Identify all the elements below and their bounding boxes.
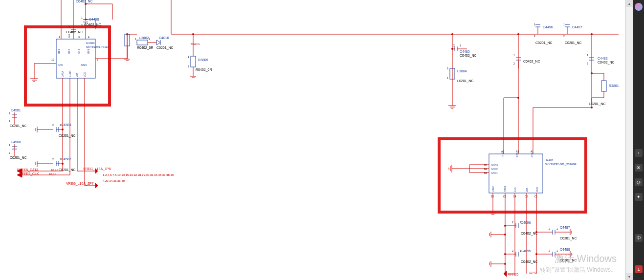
scroll-up-icon[interactable]: ▲ [626,0,633,7]
chat-icon[interactable]: ✉ [635,164,643,172]
vertical-scrollbar[interactable]: ▲ ▼ [625,0,633,280]
svg-text:1: 1 [534,23,535,26]
svg-text:C4500: C4500 [11,140,21,144]
svg-text:L3802: L3802 [139,36,149,40]
svg-text:C4496: C4496 [543,25,553,29]
svg-text:1: 1 [59,36,60,39]
svg-text:1: 1 [563,23,565,26]
svg-text:C0402_NC: C0402_NC [460,54,477,58]
svg-text:GND: GND [58,64,64,66]
svg-text:RF2: RF2 [67,49,70,54]
svg-text:B2: B2 [491,195,494,198]
svg-text:C0201_NC: C0201_NC [156,46,174,50]
svg-text:B5: B5 [484,164,487,167]
svg-text:C4503: C4503 [61,123,71,127]
svg-point-66 [591,107,593,108]
svg-text:1: 1 [460,44,461,47]
schematic-canvas[interactable]: C4496 C0201_NC 21 C4497 C0201_NC 21 C448… [0,0,626,280]
svg-text:R0402_0R: R0402_0R [137,46,153,50]
svg-text:1: 1 [9,144,10,147]
svg-text:B4: B4 [484,168,487,171]
svg-text:U4403: U4403 [86,42,95,44]
svg-text:C4498: C4498 [89,18,99,21]
svg-text:C4502: C4502 [61,157,71,161]
svg-text:1: 1 [81,16,83,19]
svg-text:2: 2 [52,158,54,161]
svg-text:C0201_NC: C0201_NC [565,41,582,45]
svg-text:D4010: D4010 [159,36,169,40]
svg-text:1: 1 [188,55,189,58]
svg-text:CLOK: CLOK [68,70,71,77]
svg-text:VREG_L16A_2P7: VREG_L16A_2P7 [66,182,94,186]
svg-text:1: 1 [68,26,70,29]
svg-text:C4488: C4488 [560,248,570,251]
svg-marker-295 [95,183,98,188]
svg-text:C4: C4 [513,195,516,198]
svg-text:C0201_NC: C0201_NC [10,124,27,128]
svg-text:1: 1 [9,112,10,115]
svg-rect-229 [191,56,196,67]
svg-text:C0201_NC: C0201_NC [10,156,27,160]
svg-text:2: 2 [9,120,10,123]
svg-point-63 [517,97,519,99]
assistant-icon[interactable] [635,3,643,11]
scroll-down-icon[interactable]: ▼ [626,273,633,280]
svg-text:C0402_NC: C0402_NC [523,60,540,64]
svg-text:L3804: L3804 [457,69,467,73]
ime-indicator[interactable]: 中 [635,234,643,242]
svg-text:DATA: DATA [61,71,64,77]
svg-text:SKY19256-701LF: SKY19256-701LF [86,45,110,48]
notification-badge[interactable]: 1 [635,265,643,273]
svg-text:C0402_NC: C0402_NC [521,232,538,236]
svg-point-228 [192,33,194,35]
svg-marker-219 [156,40,160,45]
svg-text:10,40: 10,40 [529,271,537,274]
right-toolbar: ‹ ✉ ◎ ✦ 中 1 [633,0,644,280]
chevron-left-icon[interactable]: ‹ [635,149,643,157]
svg-text:2: 2 [68,36,70,39]
svg-text:C0201_NC: C0201_NC [59,168,76,172]
svg-text:C1: C1 [534,195,538,198]
svg-text:C4497: C4497 [572,25,582,29]
svg-text:C0402_NC: C0402_NC [598,61,615,65]
svg-text:SKY19237-001_20360E: SKY19237-001_20360E [545,163,577,166]
highlight-u4403 [25,27,110,105]
svg-text:2: 2 [52,124,54,127]
svg-text:A1: A1 [531,150,533,153]
svg-text:2: 2 [534,35,535,38]
windows-activation-sub: 转到"设置"以激活 Windows。 [540,266,617,274]
svg-text:VIO: VIO [526,188,529,192]
svg-text:C0201_NC: C0201_NC [535,41,553,45]
svg-text:C0201_NC: C0201_NC [59,134,76,138]
svg-text:1: 1 [513,54,515,57]
svg-text:2: 2 [549,227,550,230]
svg-text:2: 2 [81,24,83,27]
widget-icon[interactable]: ◎ [635,178,643,186]
star-icon[interactable]: ✦ [635,193,643,201]
svg-text:2: 2 [512,221,513,224]
svg-text:1: 1 [135,38,136,41]
svg-text:2: 2 [563,35,565,38]
svg-text:CLK: CLK [513,187,516,192]
svg-text:C4501: C4501 [11,108,21,112]
svg-text:1: 1 [447,77,448,80]
svg-text:U4401: U4401 [545,159,554,162]
svg-text:C5: C5 [503,195,507,198]
svg-text:C2: C2 [525,195,528,198]
svg-text:C0201_NC: C0201_NC [560,237,577,240]
svg-text:RFFE5_DATA: RFFE5_DATA [17,168,39,172]
svg-text:10: 10 [51,58,54,61]
svg-text:GND1: GND1 [491,172,498,174]
svg-rect-55 [601,81,606,91]
svg-text:GND2: GND2 [491,168,498,171]
svg-text:RF1: RF1 [531,152,533,157]
svg-rect-213 [137,40,148,45]
svg-text:RFFE5_CLK: RFFE5_CLK [20,172,39,176]
svg-text:4,29,34,35,36,40: 4,29,34,35,36,40 [103,179,125,182]
svg-text:RFFE5: RFFE5 [508,273,518,276]
svg-text:2: 2 [149,38,150,41]
svg-text:R3801: R3801 [609,84,619,87]
windows-activation-watermark: 激活 Windows [555,252,617,265]
svg-text:C4487: C4487 [560,226,570,229]
svg-text:RF4: RF4 [87,49,90,54]
